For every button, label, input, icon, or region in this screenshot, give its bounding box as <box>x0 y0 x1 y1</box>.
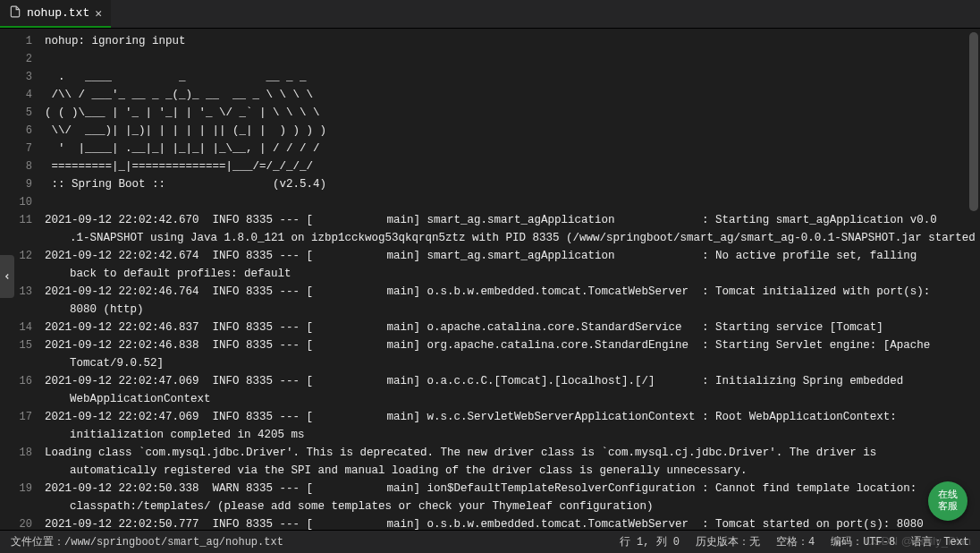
code-line: initialization completed in 4205 ms <box>45 426 980 444</box>
line-number: 18 <box>0 444 32 462</box>
spaces-indicator[interactable]: 空格：4 <box>776 534 815 549</box>
code-line: 2021-09-12 22:02:42.670 INFO 8335 --- [ … <box>45 211 980 229</box>
line-number: 5 <box>0 104 32 122</box>
service-label: 在线 客服 <box>938 489 958 513</box>
line-number <box>0 390 32 408</box>
line-number: 6 <box>0 122 32 140</box>
code-line: 2021-09-12 22:02:42.674 INFO 8335 --- [ … <box>45 247 980 265</box>
code-line: :: Spring Boot :: (v2.5.4) <box>45 175 980 193</box>
code-line: . ____ _ __ _ _ <box>45 68 980 86</box>
code-line: Tomcat/9.0.52] <box>45 354 980 372</box>
line-number: 10 <box>0 193 32 211</box>
code-line: nohup: ignoring input <box>45 32 980 50</box>
code-line: 2021-09-12 22:02:46.837 INFO 8335 --- [ … <box>45 319 980 336</box>
vertical-scrollbar[interactable] <box>969 32 978 211</box>
file-path-label: 文件位置：/www/springboot/smart_ag/nohup.txt <box>11 534 283 549</box>
line-number: 2 <box>0 50 32 68</box>
code-line: WebApplicationContext <box>45 390 980 408</box>
code-line: ( ( )\___ | '_ | '_| | '_ \/ _` | \ \ \ … <box>45 104 980 122</box>
line-number: 7 <box>0 140 32 157</box>
code-line: Loading class `com.mysql.jdbc.Driver'. T… <box>45 444 980 462</box>
status-bar: 文件位置：/www/springboot/smart_ag/nohup.txt … <box>0 530 980 553</box>
code-area[interactable]: nohup: ignoring input . ____ _ __ _ _ /\… <box>41 29 980 530</box>
line-number <box>0 354 32 372</box>
code-line: classpath:/templates/ (please add some t… <box>45 498 980 515</box>
line-number <box>0 426 32 444</box>
cursor-position[interactable]: 行 1, 列 0 <box>620 534 680 549</box>
code-line: ' |____| .__|_| |_|_| |_\__, | / / / / <box>45 140 980 157</box>
line-number: 20 <box>0 515 32 530</box>
file-tab[interactable]: nohup.txt ✕ <box>0 0 111 28</box>
line-number: 17 <box>0 408 32 426</box>
code-line: 2021-09-12 22:02:50.338 WARN 8335 --- [ … <box>45 480 980 498</box>
customer-service-button[interactable]: 在线 客服 <box>928 481 967 521</box>
code-line: /\\ / ___'_ __ _ _(_)_ __ __ _ \ \ \ \ <box>45 86 980 104</box>
tab-bar: nohup.txt ✕ <box>0 0 980 29</box>
line-number: 11 <box>0 211 32 229</box>
code-line: 2021-09-12 22:02:46.838 INFO 8335 --- [ … <box>45 336 980 354</box>
code-line: 2021-09-12 22:02:47.069 INFO 8335 --- [ … <box>45 408 980 426</box>
line-number: 9 <box>0 175 32 193</box>
tab-filename: nohup.txt <box>27 6 89 20</box>
line-number: 19 <box>0 480 32 498</box>
line-number: 15 <box>0 336 32 354</box>
line-number: 3 <box>0 68 32 86</box>
line-number <box>0 498 32 515</box>
line-number <box>0 229 32 247</box>
code-line <box>45 193 980 211</box>
line-number: 4 <box>0 86 32 104</box>
code-line: 8080 (http) <box>45 301 980 319</box>
close-icon[interactable]: ✕ <box>95 6 102 21</box>
code-line: automatically registered via the SPI and… <box>45 462 980 480</box>
code-line: \\/ ___)| |_)| | | | | || (_| | ) ) ) ) <box>45 122 980 140</box>
panel-toggle-handle[interactable] <box>0 255 14 298</box>
line-number <box>0 462 32 480</box>
code-line: =========|_|==============|___/=/_/_/_/ <box>45 157 980 175</box>
file-icon <box>9 5 21 21</box>
editor: 1234567891011 12 13 1415 16 17 18 19 20 … <box>0 29 980 530</box>
code-line: 2021-09-12 22:02:46.764 INFO 8335 --- [ … <box>45 283 980 301</box>
watermark: CSDN @Amily_Pian <box>865 534 971 548</box>
line-number: 16 <box>0 372 32 390</box>
code-line: 2021-09-12 22:02:50.777 INFO 8335 --- [ … <box>45 515 980 530</box>
line-number: 1 <box>0 32 32 50</box>
code-line: 2021-09-12 22:02:47.069 INFO 8335 --- [ … <box>45 372 980 390</box>
code-line: .1-SNAPSHOT using Java 1.8.0_121 on izbp… <box>45 229 980 247</box>
line-number: 8 <box>0 157 32 175</box>
code-line: back to default profiles: default <box>45 265 980 283</box>
history-version[interactable]: 历史版本：无 <box>696 534 760 549</box>
code-line <box>45 50 980 68</box>
line-number: 14 <box>0 319 32 336</box>
line-number <box>0 301 32 319</box>
